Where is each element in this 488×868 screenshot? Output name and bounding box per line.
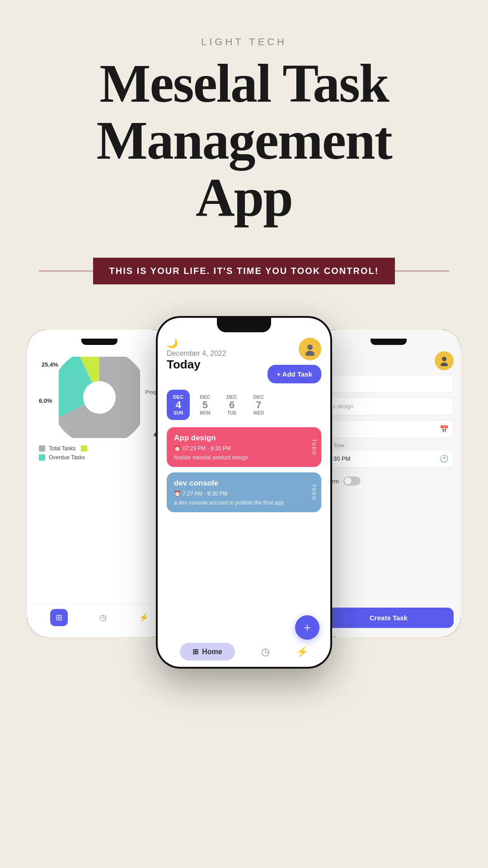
- left-notch: [81, 339, 117, 345]
- task-desc-0: finalize meselal product design: [174, 454, 314, 461]
- legend-dot-green: [81, 445, 87, 452]
- svg-point-3: [307, 344, 313, 350]
- cal-num-4: 4: [175, 400, 181, 410]
- center-header: 🌙 December 4, 2022 Today + Add Task: [158, 332, 330, 387]
- todo-tag-1: TODO: [311, 484, 316, 501]
- clock-icon-1: ⏰: [174, 491, 181, 497]
- history-icon: ◷: [99, 613, 107, 623]
- user-avatar[interactable]: [299, 338, 321, 360]
- end-time-field[interactable]: 9:30 PM 🕐: [324, 449, 454, 467]
- task-desc-1: a dev console account to publish the fin…: [174, 500, 314, 506]
- banner-wrapper: THIS IS YOUR LIFE. IT'S TIME YOU TOOK CO…: [0, 258, 488, 284]
- legend-label-total: Total Tasks: [49, 445, 75, 452]
- grid-icon: ⊞: [56, 613, 62, 623]
- phone-center-screen: 🌙 December 4, 2022 Today + Add Task: [158, 318, 330, 667]
- legend-item-overdue: Overdue Tasks: [39, 454, 87, 461]
- design-field[interactable]: c design: [324, 397, 454, 415]
- task-title-0: App design: [174, 434, 314, 443]
- task-cards: App design ⏰ 07:23 PM - 9:30 PM finalize…: [158, 425, 330, 638]
- banner-text: THIS IS YOUR LIFE. IT'S TIME YOU TOOK CO…: [93, 258, 395, 284]
- design-placeholder: c design: [328, 403, 358, 410]
- phone-center: 🌙 December 4, 2022 Today + Add Task: [156, 316, 332, 669]
- bottom-nav-left: ⊞ ◷ ⚡: [34, 604, 164, 628]
- banner-line-right: [395, 271, 449, 272]
- activity-icon-center[interactable]: ⚡: [296, 646, 308, 658]
- nav-activity-left[interactable]: ⚡: [139, 613, 149, 623]
- date-field[interactable]: 📅: [324, 420, 454, 438]
- clock-icon-0: ⏰: [174, 445, 181, 452]
- grid-icon-center: ⊞: [192, 647, 198, 656]
- center-bottom-area: + ⊞ Home ◷ ⚡: [158, 638, 330, 667]
- avatar-icon: [303, 342, 317, 356]
- toggle-knob: [344, 477, 352, 485]
- date-info: December 4, 2022 Today: [167, 349, 226, 372]
- pie-chart: [59, 357, 140, 438]
- end-time-label: End Time: [324, 443, 454, 448]
- phone-left: 25.4% 6.0% Prog... 47 Total Tasks: [27, 330, 172, 637]
- banner-line-left: [39, 271, 93, 272]
- task-card-app-design[interactable]: App design ⏰ 07:23 PM - 9:30 PM finalize…: [167, 427, 321, 467]
- bottom-nav-center: ⊞ Home ◷ ⚡: [158, 638, 330, 667]
- calendar-icon: 📅: [440, 425, 449, 434]
- todo-tag-0: TODO: [311, 439, 316, 456]
- pie-label-60: 6.0%: [39, 397, 52, 404]
- cal-num-6: 6: [229, 400, 235, 410]
- legend-dot-overdue: [39, 454, 45, 461]
- task-card-dev-console[interactable]: dev console ⏰ 7:27 AM - 9:30 PM a dev co…: [167, 472, 321, 512]
- date-text: December 4, 2022: [167, 349, 226, 358]
- add-task-button[interactable]: + Add Task: [267, 365, 321, 383]
- right-avatar-icon: [439, 355, 450, 366]
- phone-right: c design 📅 End Time 9:30 PM 🕐 Alarm: [316, 330, 461, 637]
- cal-wd-5: MON: [200, 410, 210, 415]
- nav-home-left[interactable]: ⊞: [50, 609, 68, 626]
- cal-num-5: 5: [202, 400, 208, 410]
- cal-wd-7: WED: [253, 410, 264, 415]
- legend: Total Tasks Overdue Tasks: [34, 445, 87, 461]
- home-nav-btn[interactable]: ⊞ Home: [180, 643, 235, 660]
- history-icon-center[interactable]: ◷: [261, 646, 270, 658]
- phone-left-screen: 25.4% 6.0% Prog... 47 Total Tasks: [27, 330, 172, 637]
- cal-day-6[interactable]: DEC 6 TUE: [221, 390, 244, 420]
- header-section: LIGHT TECH Meselal Task Management App: [0, 0, 488, 244]
- create-task-button[interactable]: Create Task: [324, 608, 454, 628]
- nav-history-left[interactable]: ◷: [99, 613, 107, 623]
- brand-label: LIGHT TECH: [0, 36, 488, 48]
- cal-num-7: 7: [256, 400, 261, 410]
- title-line1: Meselal Task: [99, 53, 388, 113]
- phone-right-screen: c design 📅 End Time 9:30 PM 🕐 Alarm: [316, 330, 461, 637]
- svg-point-2: [67, 365, 132, 430]
- activity-icon: ⚡: [139, 613, 149, 623]
- cal-day-5[interactable]: DEC 5 MON: [193, 390, 216, 420]
- legend-dot-total: [39, 445, 45, 452]
- center-notch: [217, 318, 271, 332]
- cal-wd-6: TUE: [227, 410, 236, 415]
- task-time-0: ⏰ 07:23 PM - 9:30 PM: [174, 445, 314, 452]
- svg-point-4: [305, 351, 314, 356]
- home-label: Home: [202, 648, 222, 656]
- cal-day-4[interactable]: DEC 4 SUN: [167, 390, 190, 420]
- title-line2: Management: [96, 110, 391, 170]
- clock-icon-right: 🕐: [440, 454, 449, 463]
- legend-item-total: Total Tasks: [39, 445, 87, 452]
- svg-point-6: [441, 363, 448, 366]
- task-title-1: dev console: [174, 479, 314, 488]
- phones-section: 25.4% 6.0% Prog... 47 Total Tasks: [0, 311, 488, 718]
- title-line3: App: [196, 167, 292, 227]
- alarm-row: Alarm: [324, 476, 454, 486]
- cal-day-7[interactable]: DEC 7 WED: [247, 390, 270, 420]
- legend-label-overdue: Overdue Tasks: [49, 454, 85, 461]
- main-title: Meselal Task Management App: [0, 55, 488, 226]
- moon-icon: 🌙: [167, 338, 226, 349]
- right-notch: [371, 339, 407, 345]
- today-label: Today: [167, 358, 226, 372]
- pie-area: 25.4% 6.0% Prog... 47: [34, 357, 164, 438]
- pie-label-254: 25.4%: [42, 361, 58, 368]
- cal-wd-4: SUN: [174, 410, 183, 415]
- right-avatar[interactable]: [435, 351, 454, 370]
- calendar-strip: DEC 4 SUN DEC 5 MON DEC 6 TUE DEC 7: [158, 387, 330, 425]
- end-time-group: End Time 9:30 PM 🕐: [324, 443, 454, 472]
- alarm-toggle[interactable]: [343, 476, 361, 486]
- task-name-field[interactable]: [324, 375, 454, 393]
- task-time-1: ⏰ 7:27 AM - 9:30 PM: [174, 491, 314, 497]
- fab-button[interactable]: +: [295, 615, 319, 640]
